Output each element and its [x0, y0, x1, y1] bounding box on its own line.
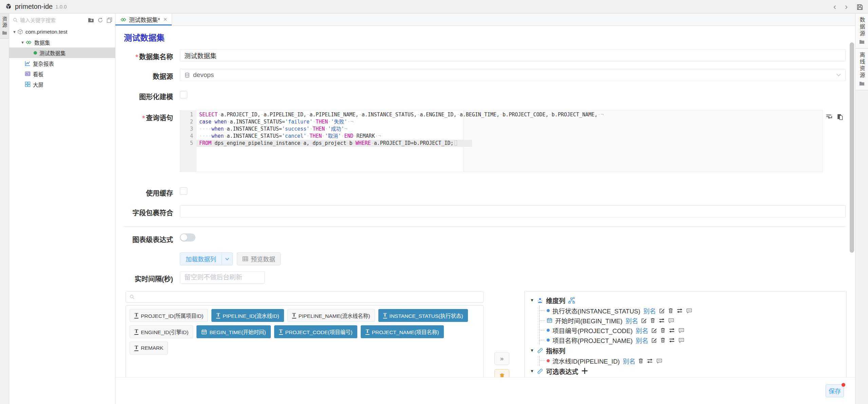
preview-data-button[interactable]: 预览数据 — [237, 252, 281, 265]
comment-icon[interactable] — [656, 358, 662, 364]
format-sql-icon[interactable] — [826, 114, 833, 172]
tree-item-大屏[interactable]: 大屏 — [9, 79, 115, 90]
code-line-5[interactable]: FROM·dps_engine_pipeline_instance·a,·dps… — [196, 140, 472, 147]
delete-icon[interactable] — [668, 308, 673, 313]
field-chip-PIPELINE_ID(流水线ID)[interactable]: TPIPELINE_ID(流水线ID) — [211, 309, 284, 322]
swap-icon[interactable] — [668, 328, 675, 333]
swap-icon[interactable] — [668, 338, 675, 343]
field-chip-PIPELINE_NAME(流水线名称)[interactable]: TPIPELINE_NAME(流水线名称) — [287, 309, 375, 322]
field-chip-PROJECT_CODE(项目编号)[interactable]: TPROJECT_CODE(项目编号) — [274, 325, 357, 338]
column-item-项目名称(PROJECT_NAME)[interactable]: 项目名称(PROJECT_NAME)别名 — [540, 335, 841, 345]
field-chip-PROJECT_ID(所属项目ID)[interactable]: TPROJECT_ID(所属项目ID) — [130, 309, 208, 322]
graphical-modeling-checkbox[interactable] — [180, 91, 187, 98]
add-hierarchy-icon[interactable] — [568, 297, 575, 304]
field-chip-INSTANCE_STATUS(执行状态)[interactable]: TINSTANCE_STATUS(执行状态) — [378, 309, 468, 322]
columns-panel: ▼维度列执行状态(INSTANCE_STATUS)别名开始时间(BEGIN_TI… — [524, 291, 847, 377]
rail-tab-offline-resources[interactable]: 离线资源 — [855, 49, 868, 90]
save-all-icon[interactable] — [856, 4, 863, 11]
comment-icon[interactable] — [668, 318, 674, 323]
swap-icon[interactable] — [646, 358, 653, 364]
column-item-执行状态(INSTANCE_STATUS)[interactable]: 执行状态(INSTANCE_STATUS)别名 — [540, 306, 841, 315]
field-wrapper-input[interactable] — [180, 205, 846, 217]
tab-test-dataset[interactable]: 测试数据集* × — [115, 14, 172, 25]
column-item-开始时间(BEGIN_TIME)[interactable]: 开始时间(BEGIN_TIME)别名 — [540, 315, 841, 325]
tree-item-com.primeton.test[interactable]: ▼com.primeton.test — [9, 26, 115, 37]
swap-icon[interactable] — [658, 318, 665, 323]
caret-down-icon[interactable]: ▼ — [530, 298, 534, 303]
tree-item-看板[interactable]: 看板 — [9, 69, 115, 79]
alias-link[interactable]: 别名 — [636, 336, 648, 345]
field-chip-PROJECT_NAME(项目名称)[interactable]: TPROJECT_NAME(项目名称) — [361, 325, 444, 338]
measure-icon — [537, 368, 543, 374]
rail-tab-datasource[interactable]: 数据源 — [855, 14, 868, 49]
alias-link[interactable]: 别名 — [636, 326, 648, 335]
delete-icon[interactable] — [660, 337, 665, 343]
tree-item-数据集[interactable]: ▼数据集 — [9, 37, 115, 47]
alias-link[interactable]: 别名 — [625, 316, 638, 325]
vertical-scrollbar[interactable] — [850, 42, 854, 253]
field-search-input[interactable] — [137, 294, 480, 300]
code-line-1[interactable]: SELECT·a.PROJECT_ID,·a.PIPELINE_ID,·a.PI… — [196, 111, 823, 118]
chart-expression-toggle[interactable] — [180, 233, 195, 242]
tree-item-复杂报表[interactable]: 复杂报表 — [9, 58, 115, 69]
use-cache-checkbox[interactable] — [180, 187, 187, 195]
delete-icon[interactable] — [650, 318, 655, 323]
editor-code-area[interactable]: SELECT·a.PROJECT_ID,·a.PIPELINE_ID,·a.PI… — [196, 111, 823, 172]
swap-icon[interactable] — [676, 308, 683, 313]
code-line-3[interactable]: ····when·a.INSTANCE_STATUS='success'·THE… — [196, 126, 823, 133]
column-item-项目编号(PROJECT_CODE)[interactable]: 项目编号(PROJECT_CODE)别名 — [540, 325, 841, 335]
sidebar-search-input[interactable] — [20, 17, 71, 23]
edit-icon[interactable] — [641, 318, 647, 324]
field-chip-ENGINE_ID(引擎ID)[interactable]: TENGINE_ID(引擎ID) — [130, 325, 193, 338]
column-item-label: 流水线ID(PIPELINE_ID) — [552, 357, 620, 365]
interval-input[interactable] — [180, 271, 265, 284]
comment-icon[interactable] — [678, 328, 684, 333]
load-columns-button[interactable]: 加载数据列 — [180, 252, 233, 265]
form-divider — [124, 226, 846, 227]
section-items: 执行状态(INSTANCE_STATUS)别名开始时间(BEGIN_TIME)别… — [539, 306, 841, 345]
code-line-2[interactable]: case·when·a.INSTANCE_STATUS='failure'·TH… — [196, 118, 823, 126]
move-fields-button[interactable]: » — [494, 352, 509, 365]
rail-tab-offline-resources-label: 离线资源 — [858, 52, 866, 79]
field-chip-BEGIN_TIME(开始时间)[interactable]: BEGIN_TIME(开始时间) — [196, 325, 270, 338]
delete-icon[interactable] — [660, 327, 665, 333]
new-folder-icon[interactable] — [88, 17, 94, 23]
remove-fields-button[interactable] — [494, 369, 509, 377]
rail-tab-resources[interactable]: 资源 — [0, 14, 9, 39]
sidebar-toolbar — [9, 14, 115, 26]
comment-icon[interactable] — [678, 338, 684, 343]
caret-down-icon[interactable]: ▼ — [530, 369, 534, 373]
alias-link[interactable]: 别名 — [643, 306, 656, 315]
tree-item-测试数据集[interactable]: 测试数据集 — [9, 47, 115, 58]
use-cache-label: 使用缓存 — [124, 186, 173, 198]
collapse-panels-icon[interactable] — [107, 17, 112, 23]
back-icon[interactable]: ‹ — [833, 3, 836, 11]
delete-icon[interactable] — [638, 358, 643, 364]
sidebar-search[interactable] — [13, 17, 84, 23]
save-button[interactable]: 保存 — [826, 384, 844, 397]
edit-icon[interactable] — [651, 337, 657, 343]
forward-icon[interactable]: › — [845, 3, 848, 11]
edit-icon[interactable] — [651, 327, 657, 333]
sql-editor[interactable]: 12345 SELECT·a.PROJECT_ID,·a.PIPELINE_ID… — [180, 110, 823, 172]
field-chip-REMARK[interactable]: TREMARK — [130, 342, 168, 354]
calendar-icon — [201, 329, 207, 335]
main-panel: 测试数据集* × 测试数据集 *数据集名称 数据源 devops — [115, 14, 855, 404]
edit-icon[interactable] — [659, 308, 665, 314]
comment-icon[interactable] — [686, 308, 692, 313]
load-columns-dropdown[interactable] — [222, 253, 232, 265]
alias-link[interactable]: 别名 — [623, 357, 635, 365]
dataset-name-input[interactable] — [180, 49, 846, 61]
close-tab-icon[interactable]: × — [164, 16, 167, 23]
copy-sql-icon[interactable] — [836, 114, 844, 172]
caret-down-icon[interactable]: ▼ — [21, 40, 25, 44]
datasource-select[interactable]: devops — [180, 69, 846, 81]
column-item-流水线ID(PIPELINE_ID)[interactable]: 流水线ID(PIPELINE_ID)别名 — [540, 356, 841, 366]
refresh-icon[interactable] — [97, 17, 103, 23]
caret-down-icon[interactable]: ▼ — [13, 30, 17, 34]
field-search-box[interactable] — [126, 291, 484, 303]
caret-down-icon[interactable]: ▼ — [530, 348, 534, 353]
trash-icon — [499, 373, 505, 378]
code-line-4[interactable]: ····when·a.INSTANCE_STATUS='cancel'·THEN… — [196, 133, 823, 140]
add-expression-icon[interactable]: ＋ — [581, 367, 588, 375]
